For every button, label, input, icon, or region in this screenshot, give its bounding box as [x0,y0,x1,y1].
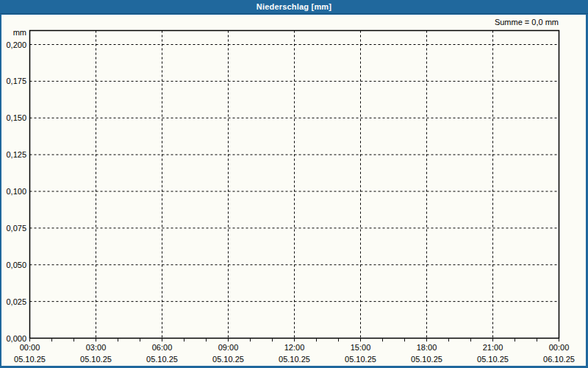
x-date-label: 05.10.25 [279,355,310,364]
x-date-labels: 05.10.2505.10.2505.10.2505.10.2505.10.25… [14,355,575,364]
x-date-label: 06.10.25 [543,355,575,364]
y-axis-unit: mm [13,28,26,37]
y-tick-labels: 0,0000,0250,0500,0750,1000,1250,1500,175… [6,40,26,343]
x-time-label: 03:00 [86,343,107,352]
x-gridlines [96,31,493,339]
y-tick-label: 0,200 [6,40,26,49]
y-tick-label: 0,175 [6,77,26,85]
y-tick-label: 0,025 [6,297,26,306]
precipitation-chart: 0,0000,0250,0500,0750,1000,1250,1500,175… [0,0,588,368]
y-tick-label: 0,000 [6,334,26,343]
y-tick-label: 0,150 [6,113,26,122]
x-date-label: 05.10.25 [345,355,376,364]
y-tick-label: 0,100 [6,187,26,196]
x-date-label: 05.10.25 [411,355,442,364]
x-time-label: 00:00 [20,343,40,352]
x-time-label: 06:00 [152,343,173,352]
y-axis-unit-label: mm [13,28,26,37]
x-date-label: 05.10.25 [80,355,112,364]
y-tick-label: 0,075 [6,224,26,233]
x-time-label: 09:00 [218,343,239,352]
x-time-label: 12:00 [284,343,305,352]
y-tick-label: 0,050 [6,261,26,269]
x-date-label: 05.10.25 [14,355,46,364]
x-date-label: 05.10.25 [212,355,244,364]
x-date-label: 05.10.25 [477,355,509,364]
x-time-label: 21:00 [483,343,503,352]
x-time-label: 00:00 [549,343,570,352]
x-tick-labels: 00:0003:0006:0009:0012:0015:0018:0021:00… [20,343,570,352]
chart-window: Niederschlag [mm] Summe = 0,0 mm 0,0000,… [0,0,588,368]
x-date-label: 05.10.25 [146,355,178,364]
x-axis-ticks [30,339,559,342]
x-time-label: 15:00 [351,343,371,352]
y-tick-label: 0,125 [6,150,26,159]
x-time-label: 18:00 [417,343,437,352]
